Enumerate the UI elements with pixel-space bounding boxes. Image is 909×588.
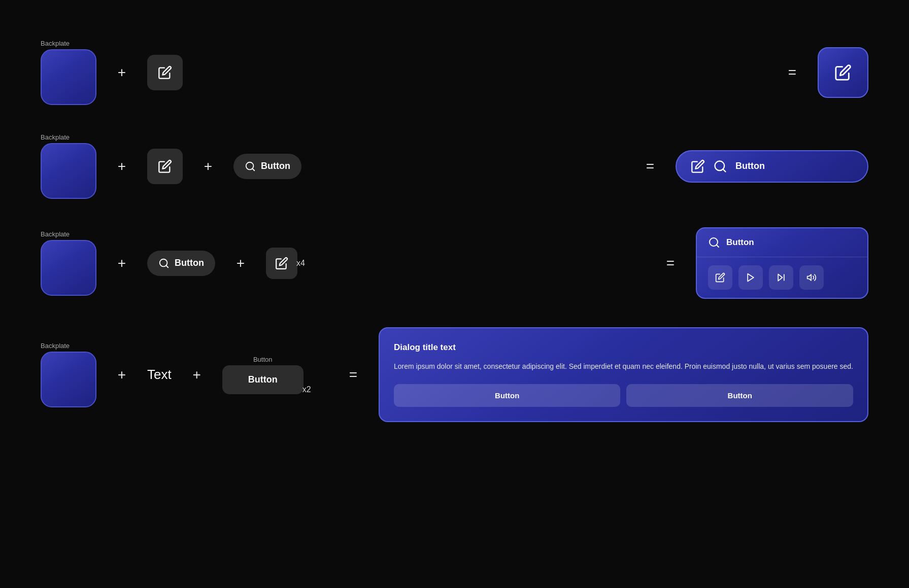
panel-pencil-icon	[715, 272, 725, 283]
row2-result-label: Button	[735, 161, 765, 171]
search-icon-3	[158, 258, 170, 269]
pencil-icon-2	[158, 159, 172, 174]
svg-line-3	[723, 169, 725, 171]
dialog-button-2[interactable]: Button	[626, 384, 853, 407]
row3-backplate-label: Backplate	[41, 230, 70, 238]
row3-plus-1: +	[113, 255, 131, 271]
row4-button-text: Button	[248, 374, 278, 385]
row3-result: Button	[696, 227, 868, 299]
row4-plus-1: +	[113, 367, 131, 383]
row2-button-label: Button	[261, 161, 290, 171]
row2-plus-1: +	[113, 158, 131, 175]
row2-backplate-group: Backplate	[41, 133, 96, 199]
row1-equals: =	[783, 64, 801, 81]
row1-backplate-group: Backplate	[41, 40, 96, 105]
dialog-body: Lorem ipsum dolor sit amet, consectetur …	[394, 361, 853, 372]
row3-icon-btn-play[interactable]	[738, 265, 763, 290]
row4-result-dialog: Dialog title text Lorem ipsum dolor sit …	[379, 327, 868, 422]
dialog-buttons: Button Button	[394, 384, 853, 407]
row4-backplate	[41, 352, 96, 407]
row3-backplate	[41, 240, 96, 296]
row3-icon-btn-volume[interactable]	[799, 265, 824, 290]
row3-result-top-label: Button	[726, 237, 754, 248]
row3-icon-btn-pencil[interactable]	[708, 265, 732, 290]
row4-multiplier: x2	[302, 385, 311, 394]
row4-dark-button[interactable]: Button	[222, 365, 304, 394]
search-icon-2	[245, 161, 256, 172]
row4-button-x2-group: Button Button x2	[222, 356, 311, 394]
row4-text-label: Text	[147, 367, 172, 383]
row4-plus-2: +	[188, 367, 206, 383]
svg-line-7	[717, 245, 719, 247]
row2-backplate	[41, 143, 96, 199]
row2-pencil-icon-pill[interactable]	[147, 149, 183, 184]
row2-plus-2: +	[199, 158, 217, 175]
row3-equals: =	[661, 255, 680, 271]
row3-icon-btn-forward[interactable]	[769, 265, 793, 290]
row2-result[interactable]: Button	[676, 150, 868, 183]
result-search-icon-3	[708, 236, 720, 249]
row1-backplate-label: Backplate	[41, 40, 70, 47]
row1-pencil-icon-pill[interactable]	[147, 55, 183, 90]
row3-pencil-x4-group: x4	[266, 248, 305, 279]
row4-backplate-group: Backplate	[41, 342, 96, 407]
result-pencil-icon	[834, 64, 852, 81]
page-container: Backplate + = Backplate +	[0, 0, 909, 588]
row4-button-above-label: Button	[253, 356, 273, 363]
row1-plus-1: +	[113, 64, 131, 81]
pencil-icon-3	[275, 257, 288, 270]
row3-multiplier: x4	[296, 259, 305, 268]
svg-line-5	[166, 265, 168, 267]
result-pencil-icon-2	[691, 159, 705, 174]
svg-marker-11	[807, 274, 812, 281]
row1-result[interactable]	[818, 47, 868, 98]
row2-backplate-label: Backplate	[41, 133, 70, 141]
row3-button-label: Button	[175, 258, 204, 268]
result-search-icon-2	[713, 159, 727, 174]
row-3: Backplate + Button + x4 =	[41, 213, 868, 313]
row3-backplate-group: Backplate	[41, 230, 96, 296]
dialog-button-1[interactable]: Button	[394, 384, 621, 407]
row1-backplate	[41, 49, 96, 105]
row3-result-top: Button	[697, 228, 867, 257]
panel-volume-icon	[806, 272, 817, 283]
row3-search-button-pill[interactable]: Button	[147, 251, 215, 276]
row2-search-button-pill[interactable]: Button	[233, 154, 301, 179]
dialog-title: Dialog title text	[394, 342, 853, 353]
svg-line-1	[252, 168, 254, 170]
row3-pencil-icon-pill[interactable]	[266, 248, 297, 279]
row3-plus-2: +	[231, 255, 250, 271]
svg-marker-8	[748, 274, 754, 282]
row4-equals: =	[344, 367, 362, 383]
row3-result-bottom	[697, 257, 867, 298]
row2-equals: =	[641, 158, 659, 175]
panel-forward-icon	[776, 272, 786, 283]
row-2: Backplate + + Button =	[41, 119, 868, 213]
pencil-icon	[158, 65, 172, 80]
row-4: Backplate + Text + Button Button x2 = Di…	[41, 313, 868, 436]
svg-marker-9	[778, 274, 782, 281]
row4-backplate-label: Backplate	[41, 342, 70, 350]
row-1: Backplate + =	[41, 25, 868, 119]
row4-button-with-label: Button Button	[222, 356, 304, 394]
panel-play-icon	[746, 272, 756, 283]
